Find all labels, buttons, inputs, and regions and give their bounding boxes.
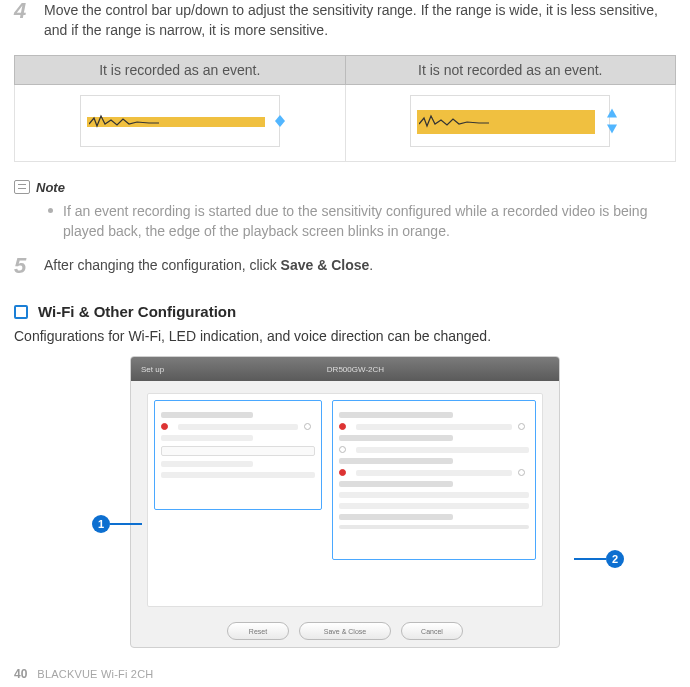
screenshot-title-center: DR500GW-2CH: [327, 365, 384, 374]
page-footer: 40 BLACKVUE Wi-Fi 2CH: [14, 667, 153, 681]
range-arrows-wide-icon: [607, 108, 617, 133]
screenshot-save-close-button[interactable]: Save & Close: [299, 622, 391, 640]
range-arrows-narrow-icon: [275, 115, 285, 127]
note-heading: Note: [14, 180, 676, 195]
callout-1: 1: [92, 515, 142, 533]
step-5: 5 After changing the configuration, clic…: [14, 255, 676, 277]
step-4: 4 Move the control bar up/down to adjust…: [14, 0, 676, 41]
sensitivity-comparison-table: It is recorded as an event. It is not re…: [14, 55, 676, 162]
step-number-5: 5: [14, 255, 34, 277]
note-label: Note: [36, 180, 65, 195]
step-5-text-after: .: [369, 257, 373, 273]
screenshot-reset-button[interactable]: Reset: [227, 622, 289, 640]
callout-1-bubble: 1: [92, 515, 110, 533]
step-5-text-before: After changing the configuration, click: [44, 257, 281, 273]
note-bullet-text: If an event recording is started due to …: [63, 201, 676, 242]
page-number: 40: [14, 667, 27, 681]
step-number-4: 4: [14, 0, 34, 41]
config-screenshot-wrap: Set up DR500GW-2CH: [14, 356, 676, 648]
step-5-bold: Save & Close: [281, 257, 370, 273]
compare-header-recorded: It is recorded as an event.: [15, 55, 346, 84]
screenshot-bottom-bar: Reset Save & Close Cancel: [131, 615, 559, 647]
screenshot-titlebar: Set up DR500GW-2CH: [131, 357, 559, 381]
step-5-text: After changing the configuration, click …: [44, 255, 373, 277]
screenshot-right-block: [332, 400, 536, 560]
config-screenshot: Set up DR500GW-2CH: [130, 356, 560, 648]
sensitivity-thumb-narrow: [80, 95, 280, 147]
bullet-dot-icon: [48, 208, 53, 213]
callout-1-lead: [110, 523, 142, 525]
section-title: Wi-Fi & Other Configuration: [38, 303, 236, 320]
compare-cell-wide: [345, 84, 676, 161]
note-bullet: If an event recording is started due to …: [48, 201, 676, 242]
step-4-text: Move the control bar up/down to adjust t…: [44, 0, 676, 41]
note-icon: [14, 180, 30, 194]
callout-2-bubble: 2: [606, 550, 624, 568]
screenshot-title-right: [547, 365, 549, 374]
sensitivity-thumb-wide: [410, 95, 610, 147]
compare-cell-narrow: [15, 84, 346, 161]
screenshot-cancel-button[interactable]: Cancel: [401, 622, 463, 640]
screenshot-title-left: Set up: [141, 365, 164, 374]
callout-2-lead: [574, 558, 606, 560]
section-heading-wifi-other: Wi-Fi & Other Configuration: [14, 303, 676, 320]
section-description: Configurations for Wi-Fi, LED indication…: [14, 328, 676, 344]
section-square-icon: [14, 305, 28, 319]
callout-2: 2: [574, 550, 624, 568]
compare-header-not-recorded: It is not recorded as an event.: [345, 55, 676, 84]
product-name: BLACKVUE Wi-Fi 2CH: [37, 668, 153, 680]
screenshot-left-block: [154, 400, 322, 510]
